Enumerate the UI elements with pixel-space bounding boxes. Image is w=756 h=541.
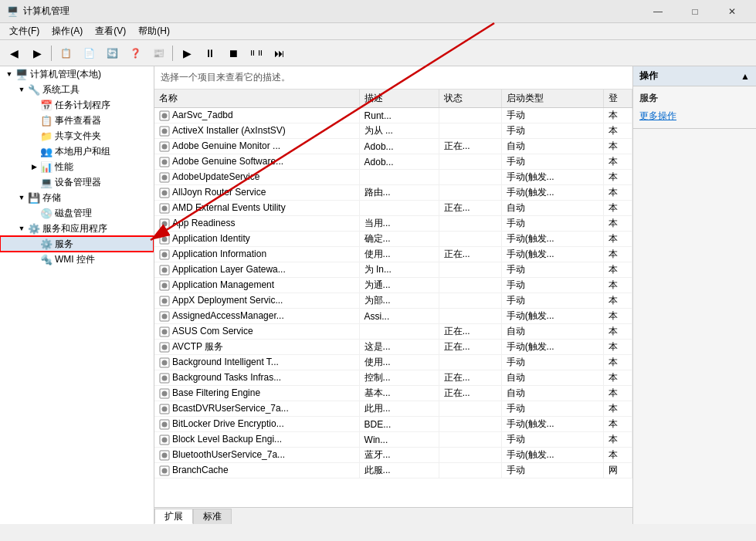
play-button[interactable]: ▶ — [176, 43, 198, 63]
col-header-name[interactable]: 名称 — [154, 90, 359, 108]
col-header-login[interactable]: 登 — [604, 90, 632, 108]
tab-standard[interactable]: 标准 — [193, 509, 232, 524]
table-row[interactable]: Background Intelligent T...使用...手动本 — [154, 355, 632, 370]
table-row[interactable]: Application Identity确定...手动(触发...本 — [154, 232, 632, 247]
diskmgmt-icon: 💿 — [40, 207, 53, 219]
cell-service-login: 本 — [604, 401, 632, 417]
cell-service-startup: 手动 — [501, 154, 604, 170]
cell-service-startup: 手动 — [501, 216, 604, 232]
tree-item-services[interactable]: ▶ ⚙️ 服务 — [0, 236, 154, 252]
cell-service-status: 正在... — [439, 324, 501, 340]
cell-service-desc: 路由... — [359, 185, 439, 201]
cell-service-login: 本 — [604, 247, 632, 262]
cell-service-desc: 使用... — [359, 355, 439, 370]
cell-service-startup: 手动 — [501, 355, 604, 370]
panel-description-text: 选择一个项目来查看它的描述。 — [161, 72, 290, 83]
svg-point-27 — [162, 313, 168, 319]
expand-icon: ▼ — [15, 222, 28, 235]
cell-service-login: 本 — [604, 154, 632, 170]
table-row[interactable]: Adobe Genuine Monitor ...Adob...正在...自动本 — [154, 139, 632, 154]
title-bar: 🖥️ 计算机管理 — □ ✕ — [0, 0, 756, 23]
table-row[interactable]: BcastDVRUserService_7a...此用...手动本 — [154, 401, 632, 417]
table-row[interactable]: Application Information使用...正在...手动(触发..… — [154, 247, 632, 262]
table-row[interactable]: AssignedAccessManager...Assi...手动(触发...本 — [154, 309, 632, 324]
back-button[interactable]: ◀ — [3, 43, 25, 63]
table-row[interactable]: Application Layer Gatewa...为 In...手动本 — [154, 262, 632, 278]
tree-item-tasks[interactable]: ▶ 📅 任务计划程序 — [0, 97, 154, 113]
tree-item-events[interactable]: ▶ 📋 事件查看器 — [0, 113, 154, 128]
table-row[interactable]: Base Filtering Engine基本...正在...自动本 — [154, 386, 632, 401]
tree-item-svcapps[interactable]: ▼ ⚙️ 服务和应用程序 — [0, 221, 154, 236]
forward-button[interactable]: ▶ — [26, 43, 48, 63]
actions-expand-icon: ▲ — [741, 71, 750, 82]
col-header-startup[interactable]: 启动类型 — [501, 90, 604, 108]
more-actions-link[interactable]: 更多操作 — [633, 107, 756, 125]
svg-point-41 — [162, 421, 168, 427]
cell-service-login: 本 — [604, 123, 632, 139]
tree-panel: ▼ 🖥️ 计算机管理(本地) ▼ 🔧 系统工具 ▶ 📅 任务计划程序 ▶ 📋 事… — [0, 66, 154, 524]
table-row[interactable]: ActiveX Installer (AxInstSV)为从 ...手动本 — [154, 123, 632, 139]
table-row[interactable]: ASUS Com Service正在...自动本 — [154, 324, 632, 340]
cell-service-name: AllJoyn Router Service — [154, 185, 359, 201]
tree-item-shared[interactable]: ▶ 📁 共享文件夹 — [0, 128, 154, 144]
cell-service-desc — [359, 324, 439, 340]
table-row[interactable]: BluetoothUserService_7a...蓝牙...手动(触发...本 — [154, 448, 632, 463]
col-header-status[interactable]: 状态 — [439, 90, 501, 108]
table-row[interactable]: Application Management为通...手动本 — [154, 278, 632, 293]
table-row[interactable]: AppX Deployment Servic...为部...手动本 — [154, 293, 632, 309]
services-table: 名称 描述 状态 启动类型 登 AarSvc_7adbdRunt...手动本Ac… — [154, 90, 632, 478]
window-controls: — □ ✕ — [640, 0, 750, 23]
cell-service-status: 正在... — [439, 370, 501, 386]
cell-service-login: 本 — [604, 293, 632, 309]
table-row[interactable]: AVCTP 服务这是...正在...手动(触发...本 — [154, 340, 632, 355]
cell-service-name: AVCTP 服务 — [154, 340, 359, 355]
col-header-desc[interactable]: 描述 — [359, 90, 439, 108]
menu-file[interactable]: 文件(F) — [3, 23, 46, 40]
table-row[interactable]: AarSvc_7adbdRunt...手动本 — [154, 108, 632, 123]
table-row[interactable]: BranchCache此服...手动网 — [154, 463, 632, 478]
tree-item-systools[interactable]: ▼ 🔧 系统工具 — [0, 82, 154, 97]
tree-item-localusers[interactable]: ▶ 👥 本地用户和组 — [0, 144, 154, 159]
cell-service-startup: 手动 — [501, 293, 604, 309]
cell-service-desc: 控制... — [359, 370, 439, 386]
cell-service-startup: 手动 — [501, 108, 604, 123]
cell-service-login: 本 — [604, 324, 632, 340]
cell-service-desc: Adob... — [359, 139, 439, 154]
menu-help[interactable]: 帮助(H) — [132, 23, 176, 40]
table-row[interactable]: AllJoyn Router Service路由...手动(触发...本 — [154, 185, 632, 201]
tree-item-devmgr[interactable]: ▶ 💻 设备管理器 — [0, 174, 154, 190]
toolbar-btn-2[interactable]: 📄 — [78, 43, 100, 63]
cell-service-status — [439, 185, 501, 201]
menu-action[interactable]: 操作(A) — [46, 23, 89, 40]
menu-view[interactable]: 查看(V) — [89, 23, 132, 40]
tree-item-wmi[interactable]: ▶ 🔩 WMI 控件 — [0, 252, 154, 267]
table-row[interactable]: AMD External Events Utility正在...自动本 — [154, 201, 632, 216]
toolbar-btn-3[interactable]: 🔄 — [101, 43, 123, 63]
pause-button[interactable]: ⏸ — [199, 43, 221, 63]
pause2-button[interactable]: ⏸⏸ — [246, 43, 267, 63]
stop-button[interactable]: ⏹ — [222, 43, 244, 63]
minimize-button[interactable]: — — [640, 0, 676, 23]
toolbar-btn-1[interactable]: 📋 — [55, 43, 76, 63]
svg-point-21 — [162, 267, 168, 272]
maximize-button[interactable]: □ — [677, 0, 713, 23]
table-row[interactable]: Adobe Genuine Software...Adob...手动本 — [154, 154, 632, 170]
table-row[interactable]: Block Level Backup Engi...Win...手动本 — [154, 432, 632, 448]
table-row[interactable]: AdobeUpdateService手动(触发...本 — [154, 170, 632, 185]
tree-item-computer[interactable]: ▼ 🖥️ 计算机管理(本地) — [0, 66, 154, 82]
cell-service-name: ActiveX Installer (AxInstSV) — [154, 123, 359, 139]
skip-button[interactable]: ⏭ — [269, 43, 290, 63]
toolbar-btn-5[interactable]: 📰 — [147, 43, 169, 63]
svg-point-19 — [162, 252, 168, 257]
tab-extended[interactable]: 扩展 — [154, 509, 193, 524]
close-button[interactable]: ✕ — [714, 0, 750, 23]
tree-item-storage[interactable]: ▼ 💾 存储 — [0, 190, 154, 205]
table-row[interactable]: App Readiness当用...手动本 — [154, 216, 632, 232]
toolbar-btn-4[interactable]: ❓ — [124, 43, 146, 63]
table-row[interactable]: Background Tasks Infras...控制...正在...自动本 — [154, 370, 632, 386]
actions-section-services: 服务 更多操作 — [633, 86, 756, 129]
tree-item-perf[interactable]: ▶ 📊 性能 — [0, 159, 154, 174]
tree-item-diskmgmt[interactable]: ▶ 💿 磁盘管理 — [0, 205, 154, 221]
table-row[interactable]: BitLocker Drive Encryptio...BDE...手动(触发.… — [154, 417, 632, 432]
services-table-wrapper[interactable]: 名称 描述 状态 启动类型 登 AarSvc_7adbdRunt...手动本Ac… — [154, 90, 632, 507]
